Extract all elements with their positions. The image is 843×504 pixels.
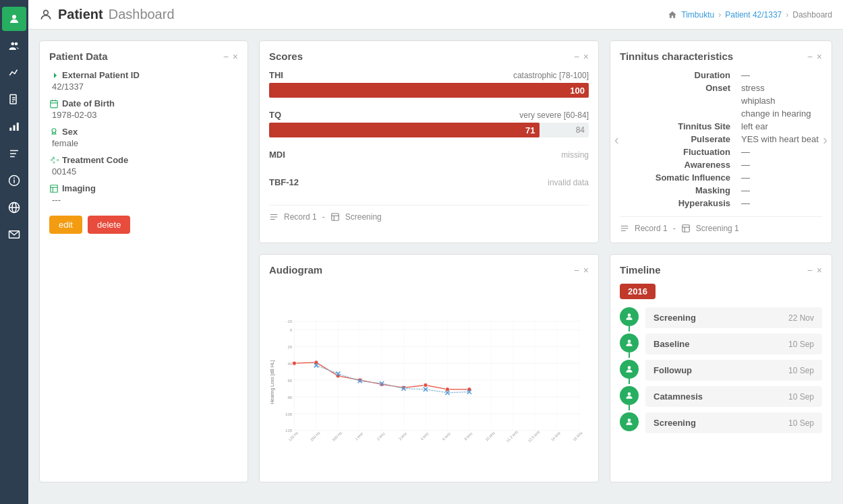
timeline-label-5: Screening bbox=[653, 418, 696, 428]
treatment-label: Treatment Code bbox=[62, 155, 128, 165]
dob-group: Date of Birth 1978-02-03 bbox=[49, 98, 238, 120]
timeline-card-2[interactable]: Baseline 10 Sep bbox=[645, 334, 822, 354]
sex-group: Sex female bbox=[49, 127, 238, 148]
tinnitus-minimize[interactable]: − bbox=[807, 51, 813, 62]
scores-record-icon bbox=[269, 212, 279, 222]
imaging-value: --- bbox=[52, 195, 238, 205]
sex-label: Sex bbox=[62, 127, 78, 137]
external-id-group: External Patient ID 42/1337 bbox=[49, 70, 238, 92]
timeline-items: Screening 22 Nov Baseline 10 Sep bbox=[620, 307, 822, 439]
timeline-minimize[interactable]: − bbox=[807, 265, 813, 276]
svg-rect-7 bbox=[9, 128, 11, 131]
tinnitus-row-site: Tinnitus Site left ear bbox=[620, 121, 822, 131]
timeline-item-screening1: Screening 22 Nov bbox=[620, 307, 822, 334]
svg-text:1 kHz: 1 kHz bbox=[354, 431, 364, 441]
close-button[interactable]: × bbox=[233, 51, 238, 62]
audiogram-minimize[interactable]: − bbox=[574, 265, 579, 276]
tinnitus-next-arrow[interactable]: › bbox=[823, 131, 827, 147]
sex-value: female bbox=[52, 138, 238, 148]
tinnitus-record-icon bbox=[620, 224, 629, 233]
sidebar-icon-bar[interactable] bbox=[2, 141, 26, 166]
scores-close[interactable]: × bbox=[583, 51, 589, 62]
audiogram-panel: Audiogram − × Hearing Loss [dB HL] -10 0 bbox=[259, 254, 599, 482]
svg-text:0: 0 bbox=[290, 327, 293, 332]
breadcrumb-patient[interactable]: Patient 42/1337 bbox=[725, 10, 782, 20]
svg-rect-32 bbox=[682, 225, 689, 232]
svg-point-97 bbox=[628, 340, 631, 343]
tq-max: 84 bbox=[576, 125, 585, 135]
audiogram-title: Audiogram bbox=[269, 264, 322, 276]
timeline-date-1: 22 Nov bbox=[788, 313, 814, 323]
topbar: Patient Dashboard Timbuktu › Patient 42/… bbox=[28, 0, 843, 30]
svg-point-96 bbox=[628, 313, 631, 317]
svg-point-1 bbox=[11, 42, 15, 46]
edit-button[interactable]: edit bbox=[49, 216, 82, 234]
scores-screening: Screening bbox=[345, 212, 382, 222]
minimize-button[interactable]: − bbox=[223, 51, 229, 62]
tinnitus-screening: Screening 1 bbox=[696, 224, 739, 233]
sidebar-icon-info[interactable] bbox=[2, 168, 26, 193]
tinnitus-screening-icon bbox=[681, 224, 691, 233]
svg-rect-21 bbox=[51, 100, 58, 108]
timeline-date-5: 10 Sep bbox=[788, 418, 814, 428]
tq-bar-bg: 71 84 bbox=[269, 123, 589, 137]
tinnitus-close[interactable]: × bbox=[817, 51, 822, 62]
external-id-icon bbox=[49, 71, 59, 80]
sidebar-icon-users[interactable] bbox=[2, 34, 26, 58]
svg-text:2 kHz: 2 kHz bbox=[376, 431, 386, 441]
sidebar-icon-stats[interactable] bbox=[2, 115, 26, 139]
timeline-label-2: Baseline bbox=[653, 339, 689, 349]
sidebar-icon-file[interactable] bbox=[2, 88, 26, 112]
breadcrumb-home[interactable]: Timbuktu bbox=[681, 10, 714, 20]
action-buttons: edit delete bbox=[49, 216, 238, 234]
svg-text:4 kHz: 4 kHz bbox=[419, 431, 430, 441]
tq-label: very severe [60-84] bbox=[519, 111, 589, 120]
timeline-item-catamnesis: Catamnesis 10 Sep bbox=[620, 386, 822, 412]
svg-rect-9 bbox=[17, 123, 19, 131]
sidebar-icon-mail[interactable] bbox=[2, 222, 26, 247]
timeline-close[interactable]: × bbox=[817, 265, 822, 276]
red-point-1 bbox=[292, 361, 296, 365]
svg-text:500 Hz: 500 Hz bbox=[331, 431, 343, 442]
scores-minimize[interactable]: − bbox=[574, 51, 579, 62]
delete-button[interactable]: delete bbox=[88, 216, 130, 234]
sidebar-icon-globe[interactable] bbox=[2, 195, 26, 220]
timeline-panel: Timeline − × 2016 Screening 22 Nov bbox=[610, 254, 832, 482]
audiogram-close[interactable]: × bbox=[583, 265, 589, 276]
timeline-dot-1 bbox=[620, 307, 639, 326]
timeline-item-screening2: Screening 10 Sep bbox=[620, 412, 822, 439]
scores-controls: − × bbox=[574, 51, 589, 62]
tinnitus-row-somatic: Somatic Influence — bbox=[620, 172, 822, 183]
timeline-card-5[interactable]: Screening 10 Sep bbox=[645, 412, 822, 433]
svg-text:80: 80 bbox=[287, 395, 292, 400]
thi-score: THI catastrophic [78-100] 100 bbox=[269, 70, 589, 98]
svg-rect-29 bbox=[331, 214, 339, 221]
audiogram-chart: Hearing Loss [dB HL] -10 0 20 40 60 bbox=[269, 284, 589, 472]
svg-text:6 kHz: 6 kHz bbox=[442, 431, 452, 441]
patient-data-panel: Patient Data − × External Patient ID 42/… bbox=[39, 40, 248, 482]
scores-panel: Scores − × THI catastrophic [78-100] 100… bbox=[259, 40, 599, 243]
svg-text:3 kHz: 3 kHz bbox=[398, 431, 408, 441]
tinnitus-row-hyperakusis: Hyperakusis — bbox=[620, 198, 822, 208]
timeline-card-4[interactable]: Catamnesis 10 Sep bbox=[645, 386, 822, 407]
timeline-card-1[interactable]: Screening 22 Nov bbox=[645, 307, 822, 328]
svg-text:16 kHz: 16 kHz bbox=[572, 431, 583, 442]
title-patient: Patient bbox=[58, 7, 103, 22]
breadcrumb-current: Dashboard bbox=[792, 10, 832, 20]
svg-point-0 bbox=[12, 15, 16, 19]
sidebar-icon-chart[interactable] bbox=[2, 61, 26, 85]
timeline-dot-2 bbox=[620, 334, 639, 352]
svg-text:40: 40 bbox=[287, 361, 292, 366]
svg-point-2 bbox=[15, 42, 18, 46]
tinnitus-prev-arrow[interactable]: ‹ bbox=[614, 131, 619, 147]
svg-text:10 kHz: 10 kHz bbox=[485, 431, 496, 442]
tq-bar-fill: 71 bbox=[269, 123, 540, 137]
sidebar-icon-user[interactable] bbox=[2, 7, 26, 31]
timeline-item-baseline: Baseline 10 Sep bbox=[620, 334, 822, 360]
svg-point-98 bbox=[628, 366, 631, 369]
timeline-card-3[interactable]: Followup 10 Sep bbox=[645, 360, 822, 381]
svg-text:14 kHz: 14 kHz bbox=[550, 431, 562, 442]
imaging-label: Imaging bbox=[62, 183, 96, 193]
mdi-score: MDI missing bbox=[269, 150, 589, 165]
scores-record: Record 1 bbox=[284, 212, 317, 222]
